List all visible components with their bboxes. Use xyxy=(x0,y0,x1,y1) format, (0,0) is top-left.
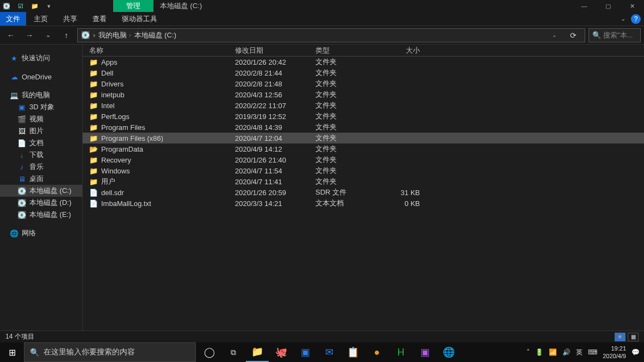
check-icon[interactable]: ☑ xyxy=(16,2,25,10)
tray-notifications-icon[interactable]: 💬 xyxy=(631,348,640,356)
nav-pictures[interactable]: 🖼图片 xyxy=(0,125,82,137)
tray-wifi-icon[interactable]: 📶 xyxy=(549,348,557,356)
app-chrome[interactable]: 🌐 xyxy=(437,342,460,362)
search-box[interactable]: 🔍 搜索"本... xyxy=(589,28,641,42)
pc-icon: 💻 xyxy=(10,91,18,99)
nav-downloads[interactable]: ↓下载 xyxy=(0,149,82,161)
ribbon-expand-icon[interactable]: ⌄ xyxy=(621,15,626,22)
nav-this-pc[interactable]: 💻我的电脑 xyxy=(0,89,82,101)
view-icons-button[interactable]: ▦ xyxy=(628,333,639,341)
file-name: Intel xyxy=(101,102,115,110)
nav-drive-d[interactable]: 💽本地磁盘 (D:) xyxy=(0,197,82,209)
breadcrumb-pc[interactable]: 我的电脑› xyxy=(98,30,131,40)
file-date: 2020/2/22 11:07 xyxy=(235,102,315,110)
view-details-button[interactable]: ≡ xyxy=(615,333,626,341)
file-row[interactable]: 📁PerfLogs2019/3/19 12:52文件夹 xyxy=(83,111,644,122)
file-name: Drivers xyxy=(101,80,123,88)
file-row[interactable]: 📁用户2020/4/7 11:41文件夹 xyxy=(83,176,644,187)
app-notes[interactable]: 📋 xyxy=(342,342,364,362)
help-button[interactable]: ? xyxy=(631,14,641,24)
tray-keyboard-icon[interactable]: ⌨ xyxy=(588,348,597,356)
file-row[interactable]: 📁Windows2020/4/7 11:54文件夹 xyxy=(83,165,644,176)
taskbar-apps: ◯ ⧉ 📁 🐙 ▣ ✉ 📋 ● H ▣ 🌐 xyxy=(196,342,460,362)
file-date: 2020/4/8 14:39 xyxy=(235,123,315,132)
app-ide[interactable]: ▣ xyxy=(413,342,436,362)
close-button[interactable]: ✕ xyxy=(620,0,644,12)
tray-clock[interactable]: 19:21 2020/4/9 xyxy=(603,345,626,360)
tray-power-icon[interactable]: 🔋 xyxy=(535,348,543,356)
file-row[interactable]: 📄ImbaMallLog.txt2020/3/3 14:21文本文档0 KB xyxy=(83,198,644,209)
file-row[interactable]: 📄dell.sdr2020/1/26 20:59SDR 文件31 KB xyxy=(83,187,644,198)
folder-icon: 📁 xyxy=(89,91,98,99)
nav-documents[interactable]: 📄文档 xyxy=(0,137,82,149)
file-type: 文件夹 xyxy=(315,79,382,89)
cortana-button[interactable]: ◯ xyxy=(198,342,221,362)
file-date: 2020/4/9 14:12 xyxy=(235,145,315,153)
nav-quick-access[interactable]: ★快速访问 xyxy=(0,52,82,64)
app-h[interactable]: H xyxy=(389,342,412,362)
file-row[interactable]: 📁Intel2020/2/22 11:07文件夹 xyxy=(83,100,644,111)
file-explorer-app[interactable]: 📁 xyxy=(246,342,269,362)
app-mail[interactable]: ✉ xyxy=(318,342,340,362)
file-row[interactable]: 📁inetpub2020/4/3 12:56文件夹 xyxy=(83,89,644,100)
file-row[interactable]: 📁Program Files (x86)2020/4/7 12:04文件夹 xyxy=(83,133,644,143)
status-text: 14 个项目 xyxy=(5,332,34,341)
tray-volume-icon[interactable]: 🔊 xyxy=(562,348,571,356)
file-row[interactable]: 📂ProgramData2020/4/9 14:12文件夹 xyxy=(83,143,644,154)
file-row[interactable]: 📁Recovery2020/1/26 21:40文件夹 xyxy=(83,154,644,165)
app-blue[interactable]: ▣ xyxy=(294,342,317,362)
nav-3d-objects[interactable]: ▣3D 对象 xyxy=(0,101,82,113)
col-name[interactable]: 名称 xyxy=(89,46,235,55)
ribbon-tab-share[interactable]: 共享 xyxy=(55,12,85,26)
col-type[interactable]: 类型 xyxy=(315,46,382,55)
col-date[interactable]: 修改日期 xyxy=(235,46,315,55)
col-size[interactable]: 大小 xyxy=(382,46,424,55)
nav-drive-c[interactable]: 💽本地磁盘 (C:) xyxy=(0,185,82,197)
nav-onedrive[interactable]: ☁OneDrive xyxy=(0,71,82,83)
address-dropdown-icon[interactable]: ⌄ xyxy=(547,32,562,38)
start-button[interactable]: ⊞ xyxy=(0,342,24,362)
file-type: 文件夹 xyxy=(315,177,382,186)
tray-up-icon[interactable]: ˄ xyxy=(527,348,530,356)
file-type: 文件夹 xyxy=(315,144,382,154)
file-name: Program Files xyxy=(101,123,145,132)
up-button[interactable]: ↑ xyxy=(59,28,74,43)
chevron-right-icon: › xyxy=(93,31,95,39)
file-type: 文件夹 xyxy=(315,90,382,99)
task-view-button[interactable]: ⧉ xyxy=(222,342,245,362)
tray-ime[interactable]: 英 xyxy=(576,348,583,357)
folder-icon[interactable]: 📁 xyxy=(30,2,39,10)
recent-button[interactable]: ⌄ xyxy=(40,28,55,43)
file-type: 文件夹 xyxy=(315,68,382,78)
maximize-button[interactable]: ▢ xyxy=(596,0,620,12)
breadcrumb-drive[interactable]: 本地磁盘 (C:) xyxy=(134,30,176,40)
ribbon-tab-drive-tools[interactable]: 驱动器工具 xyxy=(114,12,165,26)
ribbon-tabs: 主页 共享 查看 驱动器工具 xyxy=(26,12,165,26)
file-row[interactable]: 📁Drivers2020/2/8 21:48文件夹 xyxy=(83,78,644,89)
file-type: 文本文档 xyxy=(315,198,382,208)
nav-network[interactable]: 🌐网络 xyxy=(0,227,82,239)
ribbon-context-tab[interactable]: 管理 xyxy=(113,0,153,12)
ribbon-tab-home[interactable]: 主页 xyxy=(26,12,55,26)
taskbar-search[interactable]: 🔍 在这里输入你要搜索的内容 xyxy=(24,342,196,362)
back-button[interactable]: ← xyxy=(3,28,18,43)
taskbar: ⊞ 🔍 在这里输入你要搜索的内容 ◯ ⧉ 📁 🐙 ▣ ✉ 📋 ● H ▣ 🌐 ˄… xyxy=(0,342,644,362)
file-type: 文件夹 xyxy=(315,166,382,176)
search-icon: 🔍 xyxy=(592,31,601,39)
app-github[interactable]: 🐙 xyxy=(270,342,293,362)
ribbon-file-tab[interactable]: 文件 xyxy=(0,12,26,26)
ribbon-tab-view[interactable]: 查看 xyxy=(85,12,114,26)
nav-desktop[interactable]: 🖥桌面 xyxy=(0,173,82,185)
file-row[interactable]: 📁Apps2020/1/26 20:42文件夹 xyxy=(83,57,644,67)
app-orange[interactable]: ● xyxy=(366,342,388,362)
nav-videos[interactable]: 🎬视频 xyxy=(0,113,82,125)
nav-drive-e[interactable]: 💽本地磁盘 (E:) xyxy=(0,209,82,221)
forward-button[interactable]: → xyxy=(22,28,37,43)
minimize-button[interactable]: — xyxy=(572,0,596,12)
file-row[interactable]: 📁Program Files2020/4/8 14:39文件夹 xyxy=(83,122,644,133)
address-bar[interactable]: 💽 › 我的电脑› 本地磁盘 (C:) ⌄ ⟳ xyxy=(77,28,585,42)
nav-music[interactable]: ♪音乐 xyxy=(0,161,82,173)
refresh-button[interactable]: ⟳ xyxy=(565,31,581,40)
file-row[interactable]: 📁Dell2020/2/8 21:44文件夹 xyxy=(83,67,644,78)
qat-menu-icon[interactable]: ▾ xyxy=(45,2,53,10)
